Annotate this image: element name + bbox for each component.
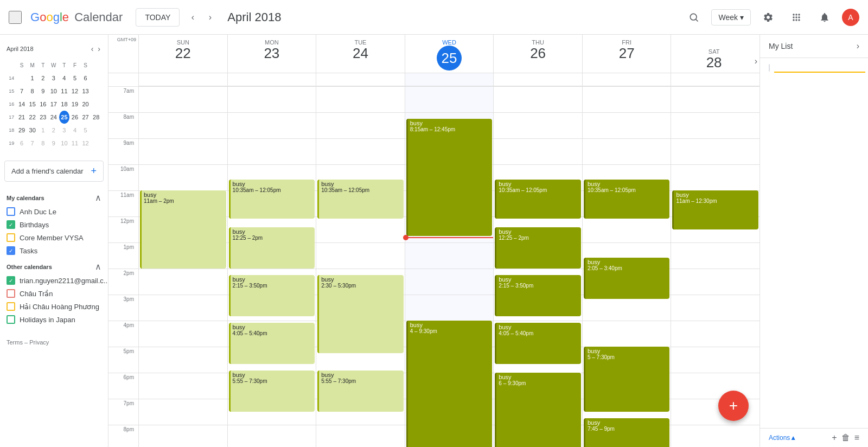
- calendar-checkbox-holidays-japan[interactable]: [7, 315, 15, 324]
- mini-cal-day[interactable]: 4: [69, 124, 80, 137]
- right-panel-arrow[interactable]: ›: [857, 41, 859, 51]
- event-fri-1[interactable]: busy 10:35am – 12:05pm: [584, 180, 670, 219]
- col-header-wed[interactable]: Wed 25: [405, 35, 494, 73]
- mini-cal-day[interactable]: 6: [16, 137, 27, 150]
- event-wed-1[interactable]: busy 8:15am – 12:45pm: [406, 119, 493, 236]
- today-button[interactable]: TODAY: [136, 8, 180, 27]
- event-fri-4[interactable]: busy 7:45 – 9pm: [584, 418, 670, 447]
- search-button[interactable]: [683, 7, 705, 28]
- user-avatar[interactable]: A: [842, 9, 859, 26]
- mini-cal-day[interactable]: 28: [91, 111, 101, 124]
- mini-cal-day[interactable]: 18: [59, 98, 70, 111]
- mini-cal-day[interactable]: 7: [16, 85, 27, 98]
- event-thu-3[interactable]: busy 2:15 – 3:50pm: [495, 275, 581, 316]
- mini-cal-day[interactable]: 19: [69, 98, 80, 111]
- mini-cal-day[interactable]: 9: [37, 85, 48, 98]
- event-fri-2[interactable]: busy 2:05 – 3:40pm: [584, 258, 670, 299]
- day-col-sun[interactable]: busy 11am – 2pm: [139, 73, 228, 447]
- create-event-fab[interactable]: +: [718, 391, 749, 421]
- col-header-tue[interactable]: Tue 24: [316, 35, 405, 73]
- event-tue-1[interactable]: busy 10:35am – 12:05pm: [317, 180, 404, 219]
- calendar-checkbox-core-member[interactable]: [7, 233, 15, 242]
- mini-cal-day[interactable]: 24: [48, 111, 59, 124]
- task-input-1[interactable]: [774, 62, 865, 73]
- calendar-item-anh-duc-le[interactable]: Anh Duc Le: [0, 205, 108, 218]
- mini-cal-day[interactable]: 8: [27, 85, 38, 98]
- event-mon-1[interactable]: busy 10:35am – 12:05pm: [229, 180, 315, 219]
- event-thu-4[interactable]: busy 4:05 – 5:40pm: [495, 323, 581, 364]
- mini-cal-day[interactable]: 22: [27, 111, 38, 124]
- event-mon-2[interactable]: busy 12:25 – 2pm: [229, 227, 315, 269]
- mini-cal-day[interactable]: 10: [48, 85, 59, 98]
- next-week-button[interactable]: ›: [201, 9, 219, 26]
- calendar-checkbox-birthdays[interactable]: ✓: [7, 220, 15, 229]
- event-thu-1[interactable]: busy 10:35am – 12:05pm: [495, 180, 581, 219]
- event-sun-1[interactable]: busy 11am – 2pm: [140, 190, 226, 269]
- privacy-link[interactable]: Privacy: [29, 339, 49, 346]
- mini-cal-day[interactable]: 17: [48, 98, 59, 111]
- event-fri-3[interactable]: busy 5 – 7:30pm: [584, 347, 670, 412]
- mini-cal-day[interactable]: 30: [27, 124, 38, 137]
- mini-cal-day[interactable]: 12: [69, 85, 80, 98]
- add-task-button[interactable]: +: [832, 433, 837, 443]
- week-scroll[interactable]: 7am 8am 9am 10am 11am 12pm 1pm 2pm 3pm 4…: [108, 73, 760, 447]
- day-col-thu[interactable]: busy 10:35am – 12:05pm busy 12:25 – 2pm …: [494, 73, 583, 447]
- settings-button[interactable]: [757, 7, 779, 28]
- col-header-mon[interactable]: Mon 23: [228, 35, 317, 73]
- terms-link[interactable]: Terms: [7, 339, 23, 346]
- event-mon-3[interactable]: busy 2:15 – 3:50pm: [229, 275, 315, 316]
- mini-cal-day[interactable]: 3: [48, 72, 59, 85]
- day-col-mon[interactable]: busy 10:35am – 12:05pm busy 12:25 – 2pm …: [228, 73, 317, 447]
- col-header-fri[interactable]: Fri 27: [583, 35, 672, 73]
- mini-cal-day[interactable]: 4: [59, 72, 70, 85]
- calendar-checkbox-tasks[interactable]: ✓: [7, 246, 15, 255]
- mini-cal-day[interactable]: 29: [16, 124, 27, 137]
- mini-cal-day[interactable]: 2: [48, 124, 59, 137]
- mini-cal-day[interactable]: 8: [37, 137, 48, 150]
- mini-cal-day[interactable]: 2: [37, 72, 48, 85]
- mini-cal-day[interactable]: 1: [37, 124, 48, 137]
- delete-task-button[interactable]: 🗑: [841, 433, 850, 443]
- other-calendars-collapse[interactable]: ∧: [95, 261, 101, 272]
- calendar-checkbox-anh-duc-le[interactable]: [7, 207, 15, 216]
- calendar-item-holidays-japan[interactable]: Holidays in Japan: [0, 313, 108, 326]
- mini-cal-day[interactable]: 11: [69, 137, 80, 150]
- calendar-item-chau-tran[interactable]: Châu Trần: [0, 287, 108, 300]
- mini-cal-day[interactable]: 23: [37, 111, 48, 124]
- mini-cal-day[interactable]: 1: [27, 72, 38, 85]
- add-friend-calendar[interactable]: Add a friend's calendar +: [4, 161, 104, 182]
- mini-cal-day[interactable]: 14: [16, 98, 27, 111]
- actions-button[interactable]: Actions▲: [769, 434, 796, 442]
- mini-cal-day[interactable]: 27: [80, 111, 91, 124]
- calendar-checkbox-chau-tran[interactable]: [7, 289, 15, 298]
- mini-cal-day[interactable]: 20: [80, 98, 91, 111]
- mini-cal-day[interactable]: 7: [27, 137, 38, 150]
- mini-cal-prev[interactable]: ‹: [90, 43, 95, 54]
- mini-cal-day[interactable]: 21: [16, 111, 27, 124]
- mini-cal-next[interactable]: ›: [97, 43, 101, 54]
- event-sat-1[interactable]: busy 11am – 12:30pm: [672, 190, 758, 229]
- calendar-item-trian[interactable]: ✓ trian.nguyen2211@gmail.c...: [0, 274, 108, 287]
- list-view-button[interactable]: ≡: [854, 433, 859, 443]
- mini-cal-today[interactable]: 25: [59, 111, 70, 124]
- my-calendars-collapse[interactable]: ∧: [95, 193, 101, 203]
- mini-cal-day[interactable]: 12: [80, 137, 91, 150]
- calendar-item-hai-chau[interactable]: Hải Châu Hoàng Phương: [0, 300, 108, 313]
- mini-cal-day[interactable]: 10: [59, 137, 70, 150]
- mini-cal-day[interactable]: 9: [48, 137, 59, 150]
- calendar-item-tasks[interactable]: ✓ Tasks: [0, 244, 108, 257]
- notifications-button[interactable]: [814, 7, 835, 28]
- mini-cal-day[interactable]: 16: [37, 98, 48, 111]
- task-checkbox-1[interactable]: [769, 64, 770, 72]
- event-tue-2[interactable]: busy 2:30 – 5:30pm: [317, 275, 404, 353]
- calendar-checkbox-hai-chau[interactable]: [7, 302, 15, 311]
- calendar-item-birthdays[interactable]: ✓ Birthdays: [0, 218, 108, 231]
- event-mon-5[interactable]: busy 5:55 – 7:30pm: [229, 371, 315, 412]
- day-col-tue[interactable]: busy 10:35am – 12:05pm busy 2:30 – 5:30p…: [316, 73, 405, 447]
- calendar-checkbox-trian[interactable]: ✓: [7, 276, 15, 285]
- event-wed-2[interactable]: busy 4 – 9:30pm: [406, 321, 493, 447]
- col-header-thu[interactable]: Thu 26: [494, 35, 583, 73]
- col-header-sat[interactable]: Sat 28 ›: [671, 35, 760, 73]
- event-thu-2[interactable]: busy 12:25 – 2pm: [495, 227, 581, 269]
- day-col-fri[interactable]: busy 10:35am – 12:05pm busy 2:05 – 3:40p…: [583, 73, 672, 447]
